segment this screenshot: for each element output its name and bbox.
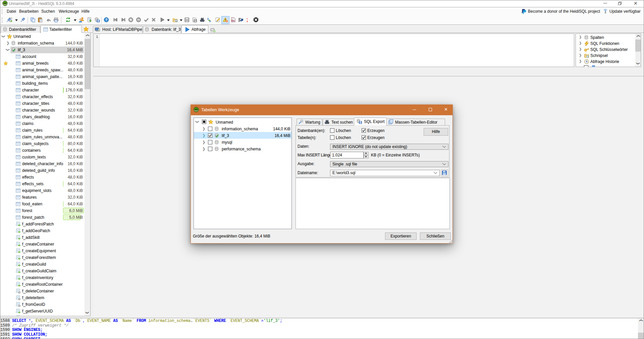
svg-text:HS: HS xyxy=(195,109,198,111)
svg-text:HS: HS xyxy=(3,2,7,5)
svg-text:b: b xyxy=(207,17,209,20)
svg-text:?: ? xyxy=(105,18,107,22)
svg-text:0x: 0x xyxy=(232,19,235,22)
svg-text:;: ; xyxy=(246,17,248,22)
svg-text:a: a xyxy=(209,19,211,22)
